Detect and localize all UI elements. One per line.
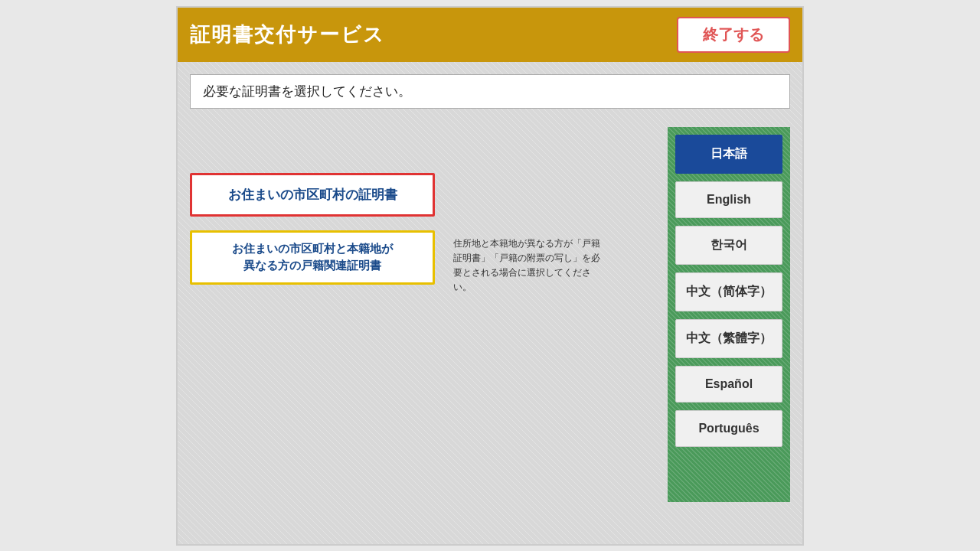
lang-button-spanish[interactable]: Español — [675, 366, 782, 403]
content-area: 必要な証明書を選択してください。 お住まいの市区町村の証明書 お住まいの市区町村… — [178, 62, 802, 544]
main-window: 証明書交付サービス 終了する 必要な証明書を選択してください。 お住まいの市区町… — [176, 6, 804, 546]
koseki-certificate-button[interactable]: お住まいの市区町村と本籍地が異なる方の戸籍関連証明書 — [190, 230, 435, 285]
bottom-row: お住まいの市区町村と本籍地が異なる方の戸籍関連証明書 住所地と本籍地が異なる方が… — [190, 230, 668, 295]
instruction-text: 必要な証明書を選択してください。 — [203, 84, 411, 99]
lang-button-portuguese[interactable]: Português — [675, 410, 782, 447]
end-button[interactable]: 終了する — [677, 17, 790, 53]
lang-button-japanese[interactable]: 日本語 — [675, 135, 782, 174]
lang-button-chinese-traditional[interactable]: 中文（繁體字） — [675, 319, 782, 358]
app-title: 証明書交付サービス — [190, 21, 385, 48]
header: 証明書交付サービス 終了する — [178, 8, 802, 62]
lang-button-chinese-simplified[interactable]: 中文（简体字） — [675, 272, 782, 311]
left-panel: お住まいの市区町村の証明書 お住まいの市区町村と本籍地が異なる方の戸籍関連証明書… — [190, 127, 668, 502]
lang-button-english[interactable]: English — [675, 181, 782, 218]
language-panel: 日本語English한국어中文（简体字）中文（繁體字）EspañolPortug… — [668, 127, 790, 502]
koseki-description: 住所地と本籍地が異なる方が「戸籍証明書」「戸籍の附票の写し」を必要とされる場合に… — [453, 236, 606, 295]
instruction-box: 必要な証明書を選択してください。 — [190, 74, 790, 109]
local-certificate-button[interactable]: お住まいの市区町村の証明書 — [190, 173, 435, 217]
main-content: お住まいの市区町村の証明書 お住まいの市区町村と本籍地が異なる方の戸籍関連証明書… — [190, 127, 790, 502]
lang-button-korean[interactable]: 한국어 — [675, 226, 782, 265]
